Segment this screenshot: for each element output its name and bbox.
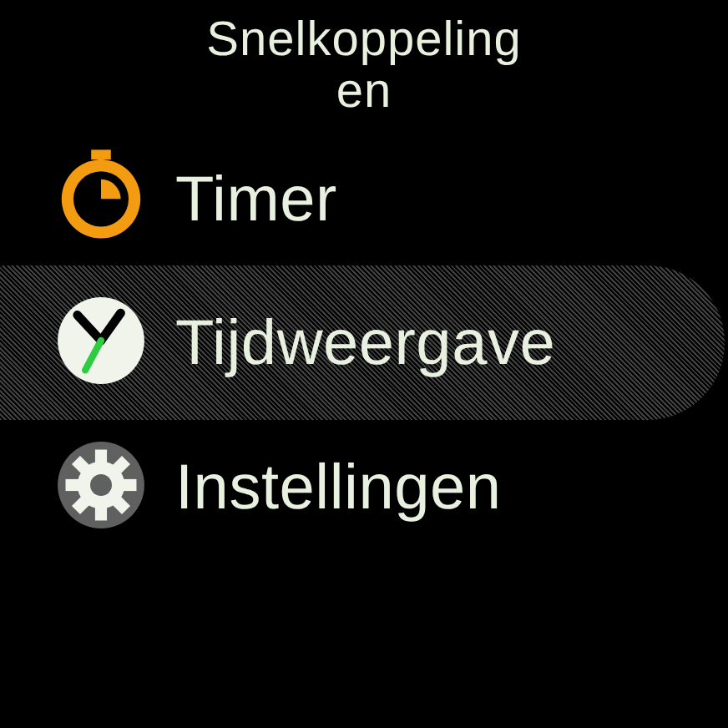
menu-item-label: Tijdweergave [175, 306, 555, 379]
menu-item-instellingen[interactable]: Instellingen [0, 420, 728, 554]
page-title-line2: en [0, 65, 728, 117]
svg-rect-13 [121, 478, 137, 490]
gear-icon [52, 436, 150, 538]
menu-item-timer[interactable]: Timer [0, 132, 728, 265]
svg-rect-12 [66, 478, 82, 490]
svg-rect-3 [98, 157, 104, 164]
menu-item-tijdweergave[interactable]: Tijdweergave [0, 265, 725, 420]
menu-item-label: Timer [175, 163, 337, 235]
timer-icon [52, 148, 150, 250]
svg-point-18 [90, 474, 112, 496]
menu-list: Timer Tijdweergave [0, 132, 728, 554]
svg-rect-11 [95, 504, 107, 520]
watch-icon [52, 291, 150, 394]
page-title-line1: Snelkoppeling [0, 13, 728, 65]
menu-item-label: Instellingen [175, 451, 502, 523]
svg-rect-10 [95, 449, 107, 465]
page-title: Snelkoppeling en [0, 0, 728, 132]
